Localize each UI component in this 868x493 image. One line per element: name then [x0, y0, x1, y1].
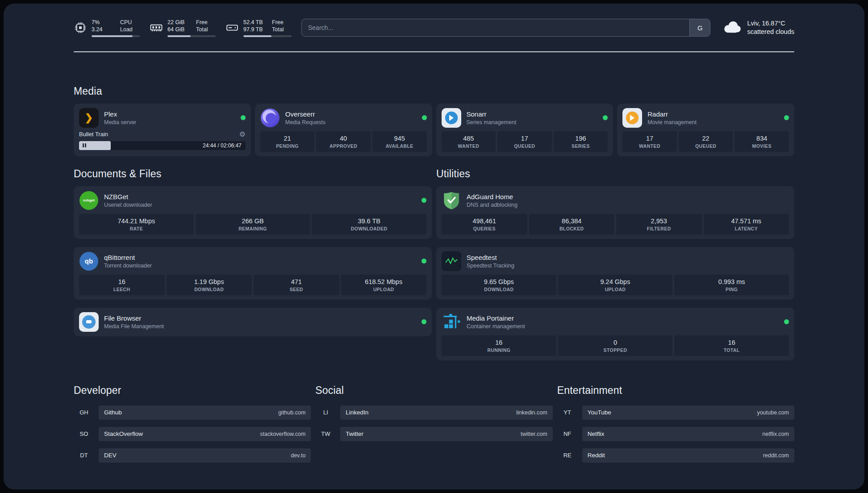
disk-label-bottom: Total: [272, 26, 284, 33]
bookmark-url: stackoverflow.com: [260, 431, 305, 437]
service-subtitle: Torrent downloader: [104, 263, 152, 269]
bookmark-name: StackOverflow: [104, 430, 143, 437]
bookmark-stackoverflow[interactable]: SO StackOverflow stackoverflow.com: [74, 427, 311, 441]
stat-label: SERIES: [555, 143, 607, 149]
service-card-radarr[interactable]: Radarr Movie management 17 WANTED 22 QUE…: [617, 104, 794, 156]
section-title-entertainment: Entertainment: [557, 384, 794, 397]
bookmark-abbr: RE: [557, 452, 578, 459]
stat-tile: 21 PENDING: [260, 131, 315, 152]
bookmark-url: dev.to: [291, 452, 305, 459]
search-provider-button[interactable]: G: [689, 19, 710, 36]
bookmark-abbr: TW: [315, 430, 336, 437]
stat-tile: 485 WANTED: [442, 131, 496, 152]
service-name[interactable]: Sonarr: [467, 110, 517, 118]
section-title-developer: Developer: [74, 384, 311, 397]
service-name[interactable]: Plex: [104, 110, 136, 118]
stat-label: AVAILABLE: [373, 143, 426, 149]
cloud-icon: [722, 20, 743, 36]
stat-value: 0: [559, 339, 672, 346]
speedtest-icon: [442, 251, 461, 271]
service-card-overseerr[interactable]: Overseerr Media Requests 21 PENDING 40 A…: [255, 104, 432, 156]
ram-usage-bar: [167, 35, 216, 37]
overseerr-icon: [260, 108, 280, 128]
header-divider: [74, 51, 794, 52]
service-card-nzbget[interactable]: nzbget NZBGet Usenet downloader 744.21 M…: [74, 186, 432, 239]
service-name[interactable]: Radarr: [647, 110, 697, 118]
bookmark-url: linkedin.com: [516, 409, 547, 416]
service-card-sonarr[interactable]: Sonarr Series management 485 WANTED 17 Q…: [436, 104, 613, 156]
stat-label: PENDING: [261, 143, 314, 149]
service-subtitle: Speedtest Tracking: [467, 263, 514, 269]
section-title-social: Social: [315, 384, 552, 397]
service-card-plex[interactable]: ❯ Plex Media server Bullet Train ⚙: [74, 104, 251, 156]
section-utilities: Utilities: [436, 168, 794, 360]
status-dot: [421, 259, 426, 263]
now-playing-title: Bullet Train: [79, 131, 108, 138]
stat-value: 196: [555, 135, 607, 142]
bookmark-name: LinkedIn: [346, 409, 368, 416]
weather-condition: scattered clouds: [747, 28, 794, 37]
stat-value: 0.993 ms: [675, 278, 788, 285]
gear-icon[interactable]: ⚙: [239, 131, 245, 138]
service-name[interactable]: File Browser: [104, 314, 164, 322]
service-name[interactable]: AdGuard Home: [467, 193, 517, 201]
stat-label: APPROVED: [317, 143, 370, 149]
service-name[interactable]: NZBGet: [104, 193, 152, 201]
stat-tile: 945 AVAILABLE: [372, 131, 427, 152]
section-developer: Developer GH Github github.com SO StackO…: [74, 384, 311, 470]
stat-label: MOVIES: [735, 143, 788, 149]
stat-label: FILTERED: [617, 226, 701, 231]
service-name[interactable]: Speedtest: [467, 254, 514, 261]
bookmark-github[interactable]: GH Github github.com: [74, 405, 311, 420]
stat-label: BLOCKED: [530, 226, 614, 231]
service-card-qbittorrent[interactable]: qb qBittorrent Torrent downloader 16: [74, 247, 432, 300]
stat-tile: 47.571 ms LATENCY: [704, 214, 789, 234]
cpu-value-top: 7%: [92, 19, 113, 26]
bookmark-dev[interactable]: DT DEV dev.to: [74, 448, 311, 463]
service-subtitle: Series management: [467, 119, 517, 125]
service-name[interactable]: Overseerr: [285, 110, 326, 118]
bookmark-linkedin[interactable]: LI LinkedIn linkedin.com: [315, 405, 552, 420]
bookmark-abbr: YT: [557, 409, 578, 416]
service-name[interactable]: Media Portainer: [467, 314, 525, 322]
status-dot: [784, 319, 789, 324]
search-input[interactable]: [301, 19, 710, 37]
stat-tile: 16 RUNNING: [442, 335, 556, 356]
bookmark-reddit[interactable]: RE Reddit reddit.com: [557, 448, 794, 463]
section-media: Media ❯ Plex Media server: [74, 85, 794, 156]
status-dot: [784, 115, 789, 120]
cpu-label-bottom: Load: [120, 26, 133, 33]
portainer-icon: [442, 312, 461, 332]
stat-value: 485: [442, 135, 495, 142]
bookmark-url: youtube.com: [757, 409, 789, 416]
stat-value: 945: [373, 135, 426, 142]
stat-tile: 498,461 QUERIES: [442, 214, 527, 234]
status-dot: [241, 115, 246, 120]
stat-label: WANTED: [623, 143, 676, 149]
stat-label: QUEUED: [498, 143, 551, 149]
stat-value: 1.19 Gbps: [167, 278, 251, 285]
service-card-speedtest[interactable]: Speedtest Speedtest Tracking 9.65 Gbps D…: [436, 247, 794, 300]
service-card-adguard[interactable]: AdGuard Home DNS and adblocking 498,461 …: [436, 186, 794, 239]
bookmark-name: YouTube: [588, 409, 611, 416]
bookmark-url: github.com: [278, 409, 305, 416]
bookmark-netflix[interactable]: NF Netflix netflix.com: [557, 427, 794, 441]
service-card-filebrowser[interactable]: File Browser Media File Management: [74, 308, 432, 336]
service-name[interactable]: qBittorrent: [104, 254, 152, 261]
stat-label: QUERIES: [442, 226, 526, 231]
service-subtitle: Movie management: [647, 119, 697, 125]
bookmark-twitter[interactable]: TW Twitter twitter.com: [315, 427, 552, 441]
stat-value: 266 GB: [196, 217, 309, 225]
status-dot: [603, 115, 608, 120]
stat-tile: 22 QUEUED: [679, 131, 733, 152]
stat-tile: 266 GB REMAINING: [196, 214, 310, 234]
ram-widget: 22 GiB 64 GiB Free Total: [150, 19, 216, 37]
bookmark-youtube[interactable]: YT YouTube youtube.com: [557, 405, 794, 420]
stat-value: 744.21 Mbps: [80, 217, 193, 225]
stat-tile: 40 APPROVED: [316, 131, 371, 152]
service-card-portainer[interactable]: Media Portainer Container management 16 …: [436, 308, 794, 360]
stat-value: 9.24 Gbps: [559, 278, 672, 285]
stat-tile: 618.52 Mbps UPLOAD: [341, 275, 427, 295]
bookmark-name: DEV: [104, 452, 117, 459]
stat-label: RATE: [80, 226, 193, 231]
